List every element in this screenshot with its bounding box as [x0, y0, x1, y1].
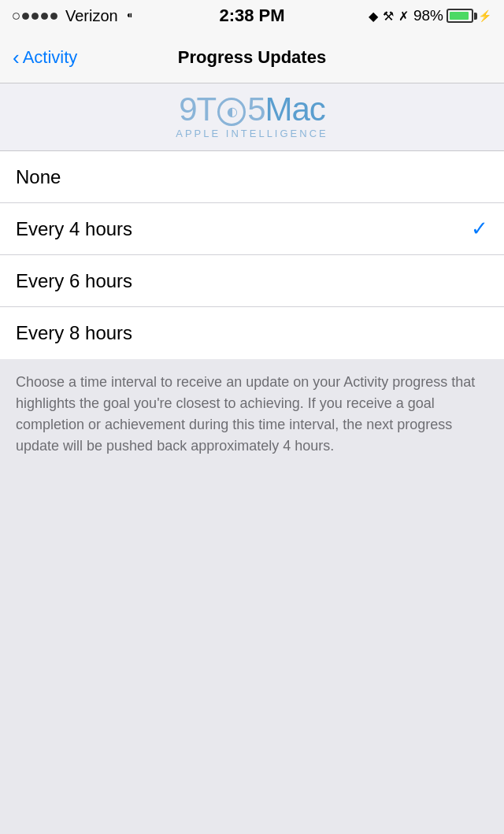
bluetooth-icon: ✗ — [398, 9, 409, 24]
checkmark-icon: ✓ — [471, 217, 488, 241]
alarm-icon: ⚒ — [383, 9, 394, 24]
battery-percent: 98% — [413, 7, 443, 24]
signal-dot-5 — [50, 13, 57, 20]
footer-description: Choose a time interval to receive an upd… — [0, 359, 504, 473]
charging-bolt-icon: ⚡ — [478, 9, 491, 22]
signal-dots — [13, 13, 57, 20]
signal-dot-1 — [13, 13, 20, 20]
back-button[interactable]: ‹ Activity — [13, 47, 77, 68]
status-time: 2:38 PM — [219, 6, 284, 26]
status-left: Verizon ⁌ — [13, 7, 133, 25]
watermark-subtitle: APPLE INTELLIGENCE — [176, 128, 328, 139]
option-6hours[interactable]: Every 6 hours — [0, 255, 504, 307]
logo-clock-icon: ◐ — [217, 98, 246, 126]
wifi-icon: ⁌ — [126, 7, 133, 24]
nav-bar: ‹ Activity Progress Updates — [0, 32, 504, 83]
signal-dot-3 — [32, 13, 39, 20]
nav-title: Progress Updates — [178, 47, 326, 68]
logo-9: 9T — [179, 91, 216, 128]
status-bar: Verizon ⁌ 2:38 PM ◆ ⚒ ✗ 98% ⚡ — [0, 0, 504, 32]
battery-icon: ⚡ — [447, 9, 491, 23]
options-list: None Every 4 hours ✓ Every 6 hours Every… — [0, 151, 504, 359]
status-right: ◆ ⚒ ✗ 98% ⚡ — [369, 7, 491, 24]
option-8hours-label: Every 8 hours — [16, 322, 132, 344]
watermark-bar: 9T◐5Mac APPLE INTELLIGENCE — [0, 83, 504, 151]
option-4hours[interactable]: Every 4 hours ✓ — [0, 203, 504, 255]
battery-tip — [474, 13, 477, 20]
option-4hours-label: Every 4 hours — [16, 218, 132, 240]
signal-dot-4 — [41, 13, 48, 20]
battery-fill — [450, 12, 469, 20]
option-8hours[interactable]: Every 8 hours — [0, 307, 504, 359]
logo-5: 5 — [247, 91, 265, 128]
option-6hours-label: Every 6 hours — [16, 270, 132, 292]
option-none-label: None — [16, 166, 61, 188]
location-icon: ◆ — [369, 9, 378, 24]
watermark-logo: 9T◐5Mac — [179, 93, 325, 126]
signal-dot-2 — [22, 13, 29, 20]
back-label: Activity — [23, 47, 78, 68]
battery-body — [447, 9, 473, 23]
back-chevron-icon: ‹ — [13, 47, 20, 68]
rest-area — [0, 473, 504, 788]
option-none[interactable]: None — [0, 151, 504, 203]
logo-mac: Mac — [265, 91, 325, 128]
battery-container: 98% ⚡ — [413, 7, 491, 24]
carrier-name: Verizon — [65, 7, 118, 25]
